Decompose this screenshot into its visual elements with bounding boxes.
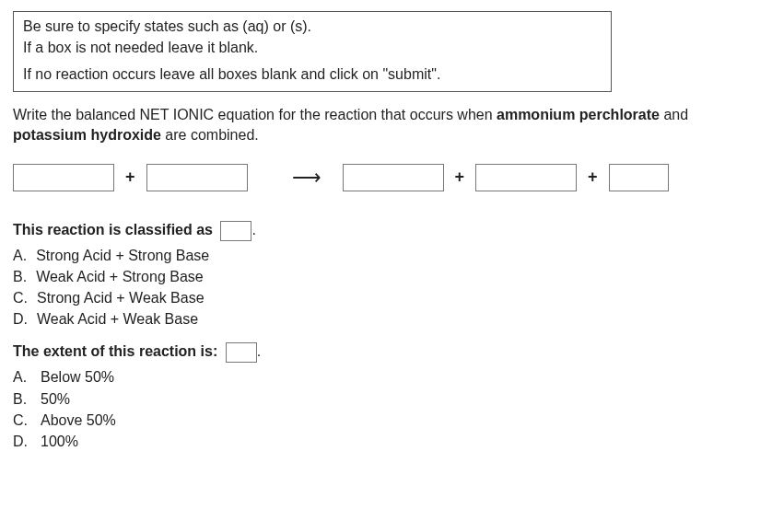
option-letter: B.	[13, 388, 31, 410]
option-letter: D.	[13, 308, 28, 330]
extent-option-c: C. Above 50%	[13, 410, 747, 431]
classification-option-b: B. Weak Acid + Strong Base	[13, 266, 747, 287]
option-text: Below 50%	[41, 366, 114, 387]
option-letter: C.	[13, 410, 31, 431]
classification-option-d: D. Weak Acid + Weak Base	[13, 308, 747, 330]
classification-options: A. Strong Acid + Strong Base B. Weak Aci…	[13, 245, 747, 330]
classification-label: This reaction is classified as	[13, 222, 213, 237]
classification-section: This reaction is classified as . A. Stro…	[13, 221, 747, 330]
option-letter: A.	[13, 245, 27, 266]
classification-input[interactable]	[220, 221, 251, 241]
product-2-input[interactable]	[475, 164, 577, 191]
plus-3: +	[584, 168, 602, 187]
option-text: Strong Acid + Strong Base	[36, 245, 209, 266]
product-3-input[interactable]	[609, 164, 669, 191]
equation-row: + ⟶ + +	[13, 164, 747, 191]
prompt-prefix: Write the balanced NET IONIC equation fo…	[13, 107, 497, 122]
option-letter: B.	[13, 266, 27, 287]
extent-option-a: A. Below 50%	[13, 366, 747, 387]
classification-option-a: A. Strong Acid + Strong Base	[13, 245, 747, 266]
classification-period: .	[251, 222, 255, 237]
option-text: Weak Acid + Weak Base	[37, 308, 198, 330]
option-text: Weak Acid + Strong Base	[36, 266, 204, 287]
option-text: Strong Acid + Weak Base	[37, 287, 205, 308]
instruction-box: Be sure to specify states such as (aq) o…	[13, 11, 612, 92]
extent-input[interactable]	[226, 342, 257, 363]
prompt-bold-2: potassium hydroxide	[13, 127, 161, 143]
reactant-2-input[interactable]	[146, 164, 248, 191]
plus-2: +	[451, 168, 469, 187]
option-text: 100%	[41, 431, 78, 452]
option-letter: C.	[13, 287, 28, 308]
instruction-line-3: If no reaction occurs leave all boxes bl…	[23, 65, 602, 85]
product-1-input[interactable]	[343, 164, 444, 191]
prompt-suffix: are combined.	[161, 127, 259, 143]
option-letter: D.	[13, 431, 31, 452]
extent-label: The extent of this reaction is:	[13, 344, 217, 360]
extent-option-d: D. 100%	[13, 431, 747, 452]
option-text: 50%	[41, 388, 70, 410]
extent-period: .	[257, 344, 261, 360]
extent-section: The extent of this reaction is: . A. Bel…	[13, 342, 747, 452]
option-letter: A.	[13, 366, 31, 387]
option-text: Above 50%	[41, 410, 116, 431]
plus-1: +	[122, 168, 139, 187]
instruction-line-2: If a box is not needed leave it blank.	[23, 39, 602, 58]
question-prompt: Write the balanced NET IONIC equation fo…	[13, 105, 747, 145]
classification-option-c: C. Strong Acid + Weak Base	[13, 287, 747, 308]
reactant-1-input[interactable]	[13, 164, 114, 191]
instruction-line-1: Be sure to specify states such as (aq) o…	[23, 17, 602, 37]
extent-options: A. Below 50% B. 50% C. Above 50% D. 100%	[13, 366, 747, 452]
extent-option-b: B. 50%	[13, 388, 747, 410]
prompt-bold-1: ammonium perchlorate	[497, 107, 660, 122]
reaction-arrow: ⟶	[255, 166, 335, 190]
prompt-mid: and	[660, 107, 688, 122]
